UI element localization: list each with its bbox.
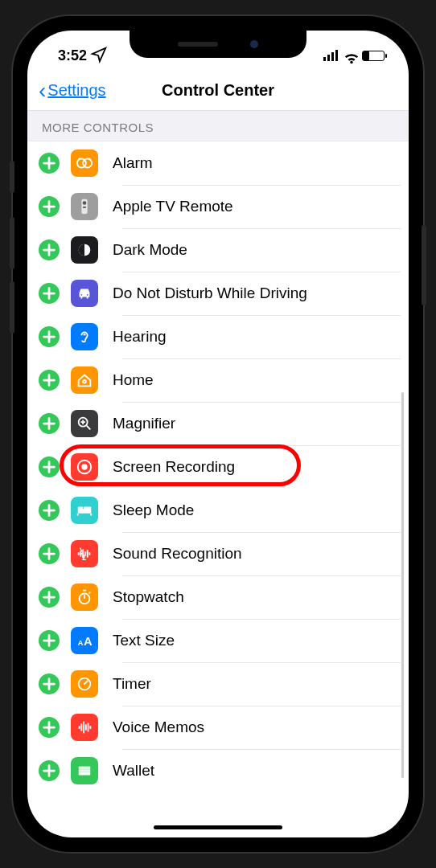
control-row-text-size[interactable]: AAText Size — [27, 619, 409, 662]
svg-point-6 — [80, 294, 82, 296]
control-row-sound-recognition[interactable]: Sound Recognition — [27, 532, 409, 575]
add-button[interactable] — [39, 543, 60, 564]
add-button[interactable] — [39, 326, 60, 347]
control-label: Alarm — [113, 154, 153, 172]
svg-point-3 — [83, 201, 87, 205]
control-label: Home — [113, 371, 154, 389]
home-indicator[interactable] — [154, 825, 282, 829]
svg-rect-25 — [79, 726, 80, 729]
wifi-icon — [343, 49, 357, 62]
car-icon — [71, 280, 98, 307]
ear-icon — [71, 323, 98, 350]
svg-rect-13 — [78, 506, 83, 510]
page-title: Control Center — [162, 81, 274, 100]
record-icon — [71, 453, 98, 481]
svg-rect-28 — [85, 724, 87, 730]
add-button[interactable] — [39, 283, 60, 304]
stopwatch-icon — [71, 583, 98, 611]
controls-list[interactable]: AlarmApple TV RemoteDark ModeDo Not Dist… — [27, 141, 409, 792]
control-row-sleep-mode[interactable]: Sleep Mode — [27, 489, 409, 532]
volume-up-button — [10, 217, 14, 269]
add-button[interactable] — [39, 153, 60, 174]
add-button[interactable] — [39, 370, 60, 391]
svg-rect-30 — [89, 726, 91, 729]
svg-point-7 — [87, 294, 88, 296]
location-arrow-icon — [90, 46, 108, 66]
back-label: Settings — [47, 81, 105, 100]
add-button[interactable] — [39, 413, 60, 434]
section-header: MORE CONTROLS — [27, 111, 409, 141]
add-button[interactable] — [39, 457, 60, 477]
scroll-indicator — [401, 392, 404, 778]
svg-rect-26 — [80, 723, 82, 731]
add-button[interactable] — [39, 240, 60, 260]
control-label: Sleep Mode — [113, 502, 194, 519]
svg-rect-32 — [79, 769, 91, 772]
svg-rect-27 — [83, 722, 84, 734]
screen: 3:52 ‹ Settings Control Center MORE — [27, 31, 409, 837]
control-label: Text Size — [113, 632, 175, 649]
speaker-grille — [178, 42, 218, 47]
svg-rect-17 — [82, 550, 84, 559]
svg-rect-14 — [84, 506, 91, 510]
control-label: Do Not Disturb While Driving — [113, 285, 307, 302]
control-label: Voice Memos — [113, 719, 204, 736]
side-button — [422, 225, 426, 305]
volume-down-button — [10, 281, 14, 334]
control-row-timer[interactable]: Timer — [27, 662, 409, 706]
control-label: Sound Recognition — [113, 545, 242, 563]
svg-rect-29 — [88, 723, 89, 732]
add-button[interactable] — [39, 630, 60, 651]
svg-point-11 — [81, 464, 87, 469]
control-row-dnd-driving[interactable]: Do Not Disturb While Driving — [27, 272, 409, 315]
add-button[interactable] — [39, 674, 60, 694]
svg-text:A: A — [84, 635, 93, 648]
control-row-apple-tv-remote[interactable]: Apple TV Remote — [27, 185, 409, 228]
chevron-left-icon: ‹ — [39, 78, 46, 104]
phone-frame: 3:52 ‹ Settings Control Center MORE — [13, 16, 423, 852]
voice-memo-icon — [71, 714, 98, 741]
add-button[interactable] — [39, 760, 60, 781]
control-label: Magnifier — [113, 415, 175, 432]
svg-text:A: A — [78, 639, 84, 647]
svg-point-1 — [83, 159, 92, 168]
notch — [130, 31, 306, 58]
svg-rect-20 — [89, 552, 91, 555]
svg-point-8 — [83, 380, 86, 383]
control-label: Stopwatch — [113, 588, 184, 606]
add-button[interactable] — [39, 500, 60, 521]
add-button[interactable] — [39, 717, 60, 738]
control-row-stopwatch[interactable]: Stopwatch — [27, 575, 409, 619]
add-button[interactable] — [39, 587, 60, 608]
nav-bar: ‹ Settings Control Center — [27, 71, 409, 111]
svg-rect-18 — [84, 551, 86, 556]
control-row-hearing[interactable]: Hearing — [27, 315, 409, 358]
control-row-alarm[interactable]: Alarm — [27, 141, 409, 185]
mute-switch — [10, 161, 14, 193]
control-label: Screen Recording — [113, 458, 235, 476]
control-label: Wallet — [113, 762, 154, 780]
text-size-icon: AA — [71, 627, 98, 654]
dark-mode-icon — [71, 236, 98, 264]
svg-rect-4 — [83, 207, 86, 208]
status-time: 3:52 — [58, 47, 87, 64]
control-row-wallet[interactable]: Wallet — [27, 749, 409, 792]
back-button[interactable]: ‹ Settings — [39, 78, 106, 104]
control-row-dark-mode[interactable]: Dark Mode — [27, 228, 409, 272]
control-row-home[interactable]: Home — [27, 358, 409, 402]
magnify-icon — [71, 410, 98, 437]
front-camera — [250, 40, 258, 48]
svg-rect-33 — [79, 772, 91, 776]
svg-rect-19 — [87, 550, 88, 557]
svg-rect-15 — [78, 552, 80, 555]
control-row-magnifier[interactable]: Magnifier — [27, 402, 409, 445]
svg-rect-16 — [80, 551, 82, 556]
control-row-screen-recording[interactable]: Screen Recording — [27, 445, 409, 489]
battery-icon — [362, 51, 385, 61]
control-row-voice-memos[interactable]: Voice Memos — [27, 706, 409, 749]
control-label: Apple TV Remote — [113, 198, 233, 215]
control-label: Dark Mode — [113, 241, 187, 259]
wallet-icon — [71, 757, 98, 784]
add-button[interactable] — [39, 196, 60, 217]
bed-icon — [71, 497, 98, 524]
